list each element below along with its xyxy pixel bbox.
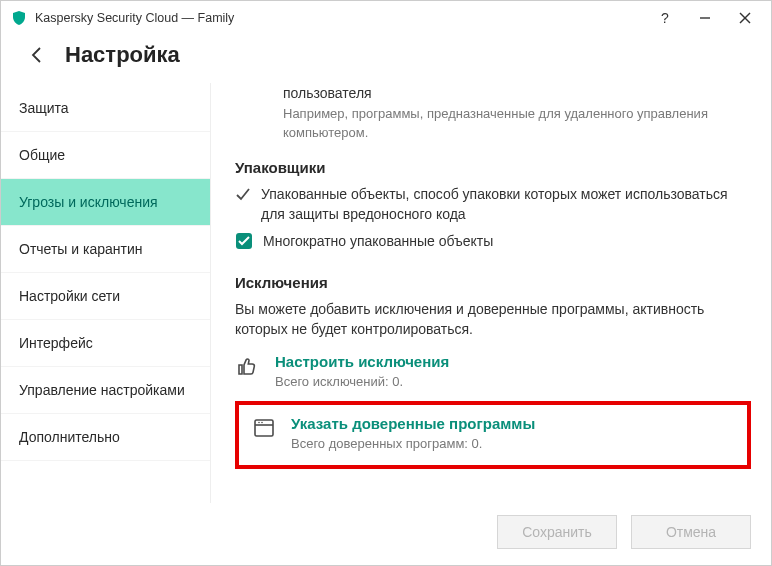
footer: Сохранить Отмена <box>1 503 771 565</box>
window-title: Kaspersky Security Cloud — Family <box>35 11 234 25</box>
sidebar-item-interface[interactable]: Интерфейс <box>1 320 210 367</box>
exclusions-description: Вы можете добавить исключения и доверенн… <box>235 299 751 340</box>
configure-exclusions-row: Настроить исключения Всего исключений: 0… <box>235 353 751 389</box>
check-icon <box>235 187 251 207</box>
svg-point-6 <box>258 422 260 424</box>
sidebar-item-manage-settings[interactable]: Управление настройками <box>1 367 210 414</box>
checkbox-checked-icon <box>235 232 253 254</box>
packers-row-2[interactable]: Многократно упакованные объекты <box>235 231 751 254</box>
close-button[interactable] <box>725 4 765 32</box>
section-packers-title: Упаковщики <box>235 159 751 176</box>
section-exclusions-title: Исключения <box>235 274 751 291</box>
header: Настройка <box>1 35 771 83</box>
prev-section-desc: Например, программы, предназначенные для… <box>283 105 751 143</box>
content-pane: пользователя Например, программы, предна… <box>211 83 771 503</box>
main: Защита Общие Угрозы и исключения Отчеты … <box>1 83 771 503</box>
trusted-programs-row: Указать доверенные программы Всего довер… <box>251 415 735 451</box>
sidebar: Защита Общие Угрозы и исключения Отчеты … <box>1 83 211 503</box>
sidebar-item-network[interactable]: Настройки сети <box>1 273 210 320</box>
trusted-programs-count: Всего доверенных программ: 0. <box>291 436 735 451</box>
kaspersky-logo-icon <box>11 10 27 26</box>
thumbs-up-icon <box>235 353 261 379</box>
minimize-button[interactable] <box>685 4 725 32</box>
back-button[interactable] <box>23 41 51 69</box>
trusted-programs-highlight: Указать доверенные программы Всего довер… <box>235 401 751 469</box>
help-button[interactable]: ? <box>645 4 685 32</box>
application-window-icon <box>251 415 277 441</box>
svg-point-7 <box>261 422 263 424</box>
sidebar-item-protection[interactable]: Защита <box>1 85 210 132</box>
sidebar-item-general[interactable]: Общие <box>1 132 210 179</box>
save-button[interactable]: Сохранить <box>497 515 617 549</box>
cancel-button[interactable]: Отмена <box>631 515 751 549</box>
page-title: Настройка <box>65 42 180 68</box>
packers-row-1-label: Упакованные объекты, способ упаковки кот… <box>261 184 751 225</box>
svg-rect-4 <box>255 420 273 436</box>
sidebar-item-threats-exclusions[interactable]: Угрозы и исключения <box>1 179 210 226</box>
prev-section-tail: пользователя <box>283 83 751 103</box>
packers-row-1[interactable]: Упакованные объекты, способ упаковки кот… <box>235 184 751 225</box>
packers-row-2-label: Многократно упакованные объекты <box>263 231 751 251</box>
sidebar-item-reports-quarantine[interactable]: Отчеты и карантин <box>1 226 210 273</box>
configure-exclusions-link[interactable]: Настроить исключения <box>275 353 751 370</box>
sidebar-item-additional[interactable]: Дополнительно <box>1 414 210 461</box>
trusted-programs-link[interactable]: Указать доверенные программы <box>291 415 735 432</box>
configure-exclusions-count: Всего исключений: 0. <box>275 374 751 389</box>
titlebar: Kaspersky Security Cloud — Family ? <box>1 1 771 35</box>
